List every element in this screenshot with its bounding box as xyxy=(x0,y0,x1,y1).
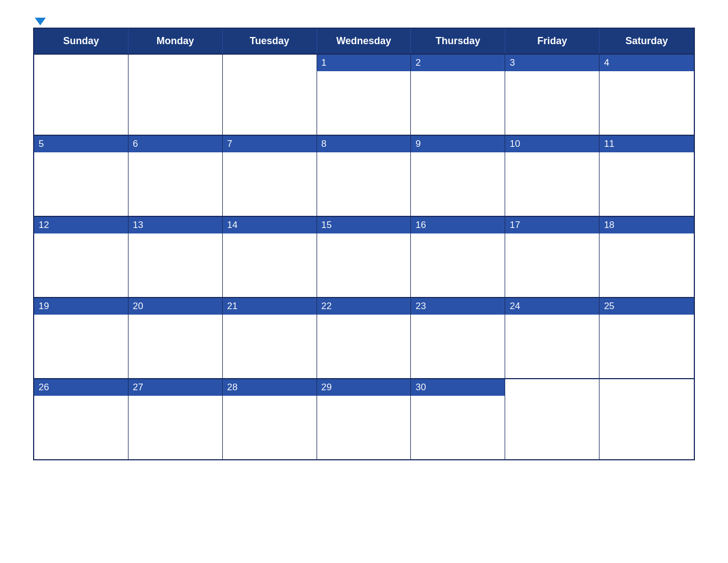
calendar-cell: 20 xyxy=(129,298,223,378)
calendar-cell: 5 xyxy=(34,136,129,216)
day-number xyxy=(34,55,128,60)
calendar-cell: 24 xyxy=(505,298,599,378)
day-number: 3 xyxy=(505,55,599,71)
calendar-week-2: 567891011 xyxy=(34,135,694,216)
day-header-saturday: Saturday xyxy=(599,29,694,54)
logo xyxy=(33,17,46,25)
day-number: 10 xyxy=(505,136,599,152)
calendar-header: SundayMondayTuesdayWednesdayThursdayFrid… xyxy=(34,29,694,54)
day-header-sunday: Sunday xyxy=(34,29,129,54)
calendar-cell: 6 xyxy=(129,136,223,216)
calendar-cell: 19 xyxy=(34,298,129,378)
logo-triangle-icon xyxy=(35,18,46,25)
calendar-cell: 8 xyxy=(317,136,411,216)
day-header-tuesday: Tuesday xyxy=(223,29,317,54)
day-number: 19 xyxy=(34,298,128,315)
day-number: 30 xyxy=(411,379,505,396)
day-number: 1 xyxy=(317,55,411,71)
day-header-wednesday: Wednesday xyxy=(317,29,411,54)
day-header-friday: Friday xyxy=(505,29,599,54)
calendar-cell: 7 xyxy=(223,136,317,216)
day-number: 9 xyxy=(411,136,505,152)
day-number: 28 xyxy=(223,379,317,396)
day-number: 24 xyxy=(505,298,599,315)
calendar-cell: 12 xyxy=(34,217,129,297)
calendar-cell: 3 xyxy=(505,55,599,135)
day-number: 20 xyxy=(129,298,222,315)
day-number xyxy=(223,55,317,60)
day-number: 13 xyxy=(129,217,222,233)
day-number: 7 xyxy=(223,136,317,152)
day-number: 29 xyxy=(317,379,411,396)
calendar-cell: 13 xyxy=(129,217,223,297)
calendar-cell: 29 xyxy=(317,379,411,459)
calendar-cell: 21 xyxy=(223,298,317,378)
calendar-cell: 23 xyxy=(411,298,505,378)
day-number: 25 xyxy=(599,298,694,315)
day-number: 17 xyxy=(505,217,599,233)
calendar-cell: 11 xyxy=(599,136,694,216)
calendar-cell: 18 xyxy=(599,217,694,297)
day-number: 23 xyxy=(411,298,505,315)
logo-blue-text xyxy=(33,17,46,25)
day-header-thursday: Thursday xyxy=(411,29,505,54)
calendar-cell: 14 xyxy=(223,217,317,297)
day-number xyxy=(505,379,599,385)
calendar-cell: 22 xyxy=(317,298,411,378)
day-number: 18 xyxy=(599,217,694,233)
day-number: 8 xyxy=(317,136,411,152)
day-number: 26 xyxy=(34,379,128,396)
calendar-cell: 2 xyxy=(411,55,505,135)
day-number: 22 xyxy=(317,298,411,315)
calendar-body: 1234567891011121314151617181920212223242… xyxy=(34,54,694,459)
calendar-week-4: 19202122232425 xyxy=(34,297,694,378)
calendar-week-3: 12131415161718 xyxy=(34,216,694,297)
day-number: 4 xyxy=(599,55,694,71)
day-number xyxy=(599,379,694,385)
day-number: 15 xyxy=(317,217,411,233)
calendar: SundayMondayTuesdayWednesdayThursdayFrid… xyxy=(33,28,695,460)
calendar-cell: 16 xyxy=(411,217,505,297)
calendar-week-5: 2627282930 xyxy=(34,378,694,459)
day-number: 14 xyxy=(223,217,317,233)
day-number: 21 xyxy=(223,298,317,315)
calendar-cell: 4 xyxy=(599,55,694,135)
day-number: 5 xyxy=(34,136,128,152)
calendar-cell: 27 xyxy=(129,379,223,459)
day-number: 11 xyxy=(599,136,694,152)
day-number: 12 xyxy=(34,217,128,233)
calendar-cell: 28 xyxy=(223,379,317,459)
calendar-cell xyxy=(505,379,599,459)
calendar-cell xyxy=(129,55,223,135)
day-number: 27 xyxy=(129,379,222,396)
calendar-cell: 1 xyxy=(317,55,411,135)
calendar-cell xyxy=(34,55,129,135)
calendar-cell: 26 xyxy=(34,379,129,459)
calendar-cell: 10 xyxy=(505,136,599,216)
day-number: 16 xyxy=(411,217,505,233)
calendar-cell: 15 xyxy=(317,217,411,297)
calendar-week-1: 1234 xyxy=(34,54,694,135)
calendar-cell: 17 xyxy=(505,217,599,297)
day-number xyxy=(129,55,222,60)
day-header-monday: Monday xyxy=(129,29,223,54)
calendar-cell xyxy=(599,379,694,459)
day-number: 6 xyxy=(129,136,222,152)
day-number: 2 xyxy=(411,55,505,71)
calendar-cell: 25 xyxy=(599,298,694,378)
calendar-cell xyxy=(223,55,317,135)
calendar-cell: 9 xyxy=(411,136,505,216)
calendar-cell: 30 xyxy=(411,379,505,459)
